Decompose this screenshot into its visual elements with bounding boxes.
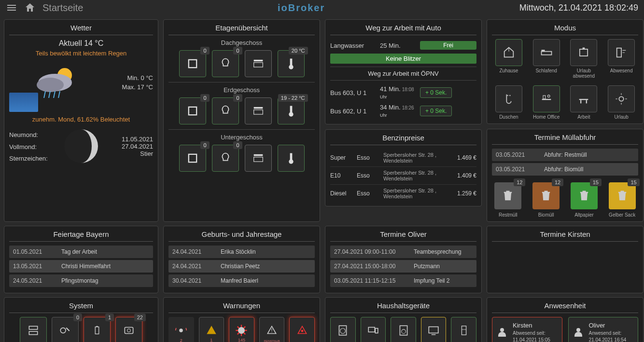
blind-tile[interactable] (245, 145, 272, 172)
trash-bin-biomüll[interactable]: 12 (532, 182, 560, 209)
blind-tile[interactable] (245, 50, 272, 77)
svg-rect-26 (583, 48, 585, 50)
svg-rect-24 (541, 50, 545, 52)
list-text: Teambesprechung (414, 248, 473, 255)
light-tile[interactable]: 0 (212, 145, 239, 172)
trash-card: Termine Müllabfuhr 03.05.2021Abfuhr: Res… (487, 129, 644, 222)
window-tile[interactable]: 0 (179, 97, 206, 124)
trash-bin-label: Restmüll (494, 212, 521, 218)
warnungen-title: Warnungen (168, 301, 315, 313)
warn-weather-tile[interactable]: 1 (199, 317, 224, 342)
oliver-title: Termine Oliver (330, 230, 476, 242)
commute-dur: 25 Min. (380, 42, 416, 49)
kirsten-card: Termine Kirsten (487, 226, 644, 293)
fuel-addr: Sperbersloher Str. 28 , Wendelstein (383, 170, 450, 181)
warn-corona-tile[interactable]: 145 (229, 317, 254, 342)
neumond-label: Neumond: (9, 130, 38, 140)
temp-tile[interactable]: 20 °C (278, 50, 305, 77)
window-tile[interactable]: 0 (179, 50, 206, 77)
commute-status: Frei (420, 41, 476, 50)
modus-card: Modus ZuhauseSchlafendUrlaub abwesendAbw… (487, 19, 644, 124)
modus-title: Modus (492, 24, 638, 35)
trash-date: 03.05.2021 (496, 151, 544, 158)
fuel-type: E10 (330, 172, 357, 179)
birthdays-card: Geburts- und Jahrestage 24.04.2021Erika … (163, 226, 320, 293)
svg-rect-62 (368, 328, 375, 332)
svg-point-22 (289, 159, 293, 164)
warn-feinstaub-tile[interactable]: !FEINSTAUB (259, 317, 285, 342)
mode-tile-abwesend[interactable] (608, 39, 635, 66)
menu-icon[interactable] (6, 2, 17, 14)
blind-tile[interactable] (245, 97, 272, 124)
washer-tile[interactable] (330, 317, 356, 342)
weather-max: Max. 17 °C (122, 82, 153, 92)
light-tile[interactable]: 0 (212, 97, 239, 124)
fuel-station: Esso (357, 190, 383, 197)
svg-text:!: ! (271, 328, 273, 333)
vollmond-label: Vollmond: (9, 142, 37, 152)
datetime: Mittwoch, 21.04.2021 18:02:49 (519, 3, 638, 13)
svg-rect-46 (96, 326, 98, 327)
system-title: System (9, 301, 153, 313)
warn-hand-tile[interactable] (289, 317, 315, 342)
trash-bin-label: Gelber Sack (609, 212, 636, 218)
trash-bin-restmüll[interactable]: 12 (494, 182, 521, 209)
transit-line: Bus 602, U 1 (330, 108, 376, 115)
mode-tile-zuhause[interactable] (495, 39, 522, 66)
list-text: Impfung Teil 2 (414, 277, 473, 284)
dishwasher-tile[interactable] (391, 317, 416, 342)
vollmond-date: 27.04.2021 (100, 143, 153, 150)
svg-rect-34 (580, 100, 581, 103)
mode-tile-urlaub[interactable] (608, 85, 635, 112)
svg-point-65 (401, 329, 406, 334)
svg-point-49 (180, 328, 183, 332)
light-tile[interactable]: 0 (212, 50, 239, 77)
mode-tile-schlafend[interactable] (533, 39, 560, 66)
svg-rect-15 (253, 110, 263, 114)
stern-value: Stier (100, 150, 153, 157)
system-network-tile[interactable]: 0 (52, 317, 79, 342)
stern-label: Sternzeichen: (9, 154, 48, 164)
presence-kirsten[interactable]: KirstenAbwesend seit:11.04.2021 15:05 (492, 317, 562, 342)
commute-card: Weg zur Arbeit mit Auto Langwasser 25 Mi… (325, 19, 482, 124)
svg-rect-25 (580, 49, 588, 56)
devices-tile[interactable] (361, 317, 386, 342)
mode-tile-urlaub-abwesend[interactable] (570, 39, 597, 66)
trash-bin-gelber sack[interactable]: 15 (609, 182, 636, 209)
weather-icon (28, 61, 86, 104)
home-icon[interactable] (24, 2, 36, 14)
birthdays-title: Geburts- und Jahrestage (168, 230, 315, 242)
list-date: 24.04.2021 (172, 263, 221, 270)
list-date: 03.05.2021 11:15-12:15 (334, 277, 414, 284)
transit-line: Bus 603, U 1 (330, 89, 376, 96)
warn-radar-tile[interactable]: 2 (168, 317, 194, 342)
fridge-tile[interactable] (451, 317, 476, 342)
system-battery-tile[interactable]: 1 (84, 317, 111, 342)
svg-point-17 (289, 112, 293, 116)
svg-line-58 (244, 327, 246, 328)
system-server-tile[interactable] (20, 317, 47, 342)
mode-label: Zuhause (492, 68, 526, 73)
svg-line-57 (238, 333, 239, 335)
svg-point-28 (507, 95, 508, 96)
presence-name: Oliver (589, 321, 627, 330)
svg-rect-19 (253, 154, 263, 156)
moon-text: zunehm. Mond, 61.62% Beleuchtet (9, 116, 153, 123)
tv-tile[interactable] (421, 317, 447, 342)
mode-label: Urlaub (604, 114, 638, 120)
trash-bin-altpapier[interactable]: 15 (571, 182, 598, 209)
system-phone-tile[interactable]: 22 (115, 317, 142, 342)
temp-tile[interactable] (278, 145, 305, 172)
presence-oliver[interactable]: OliverAnwesend seit:21.04.2021 16:54 (568, 317, 639, 342)
mode-tile-duschen[interactable] (495, 85, 522, 112)
benzin-title: Benzinpreise (330, 134, 476, 145)
fuel-addr: Sperbersloher Str. 28 , Wendelstein (383, 152, 450, 164)
svg-line-56 (244, 333, 246, 335)
mode-tile-arbeit[interactable] (570, 85, 597, 112)
svg-rect-20 (253, 157, 263, 162)
mode-tile-home-office[interactable] (533, 85, 560, 112)
window-tile[interactable]: 0 (179, 145, 206, 172)
temp-tile[interactable]: 19 - 22 °C (278, 97, 305, 124)
holidays-card: Feiertage Bayern 01.05.2021Tag der Arbei… (4, 226, 158, 293)
svg-rect-31 (543, 96, 546, 99)
